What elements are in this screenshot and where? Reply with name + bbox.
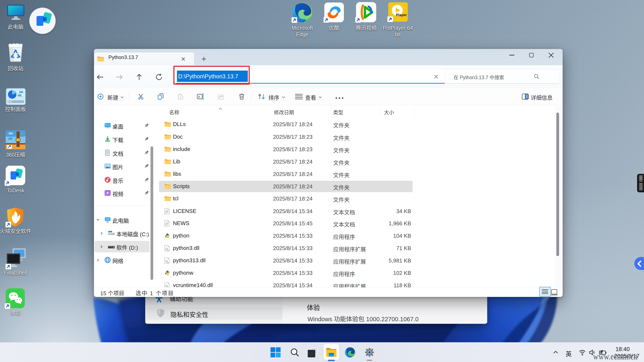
svg-text:ZIP: ZIP	[8, 137, 12, 140]
svg-text:A: A	[198, 95, 200, 98]
svg-text:Player: Player	[396, 13, 407, 17]
svg-text:360: 360	[8, 132, 13, 135]
